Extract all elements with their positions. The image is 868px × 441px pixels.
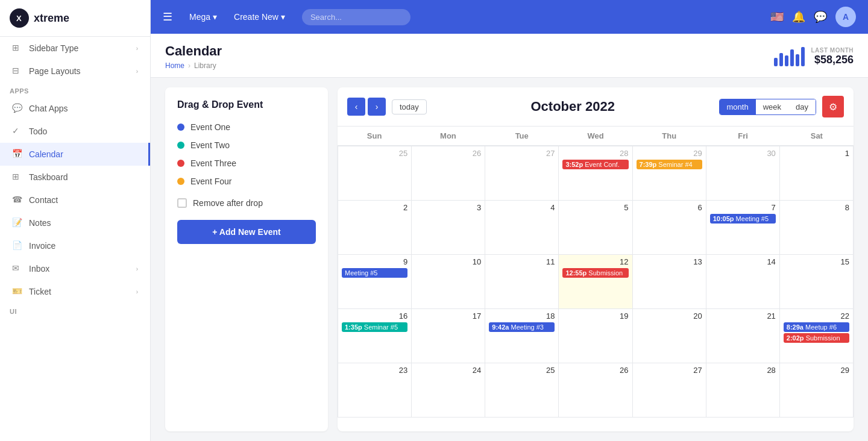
cal-cell-w1-d2[interactable]: 4: [485, 201, 559, 255]
cal-cell-w0-d6[interactable]: 1: [780, 146, 854, 201]
cal-date: 25: [342, 149, 407, 158]
cal-cell-w4-d2[interactable]: 25: [485, 363, 559, 418]
event-item-event-one[interactable]: Event One: [177, 122, 316, 132]
prev-month-button[interactable]: ‹: [347, 98, 365, 116]
cal-event[interactable]: 7:39p Seminar #4: [637, 160, 702, 169]
sidebar-item-inbox[interactable]: ✉ Inbox ›: [0, 257, 150, 280]
cal-event[interactable]: 10:05p Meeting #5: [710, 214, 776, 224]
sidebar-item-calendar[interactable]: 📅 Calendar: [0, 143, 150, 166]
sidebar-item-sidebar-type[interactable]: ⊞ Sidebar Type ›: [0, 37, 150, 60]
event-list: Event OneEvent TwoEvent ThreeEvent Four: [177, 122, 316, 186]
cal-event[interactable]: 9:42a Meeting #3: [489, 322, 555, 332]
cal-cell-w1-d1[interactable]: 3: [412, 201, 485, 255]
cal-cell-w3-d5[interactable]: 21: [706, 309, 780, 363]
cal-cell-w4-d6[interactable]: 29: [780, 363, 854, 418]
cal-cell-w4-d3[interactable]: 26: [559, 363, 632, 418]
last-month-value: $58,256: [811, 54, 854, 66]
cal-event[interactable]: 2:02p Submission: [784, 333, 849, 343]
event-label: Event Three: [190, 158, 236, 168]
cal-cell-w2-d3[interactable]: 1212:55p Submission: [559, 255, 632, 309]
cal-event[interactable]: 8:29a Meetup #6: [784, 322, 849, 332]
sidebar-item-invoice[interactable]: 📄 Invoice: [0, 234, 150, 257]
sidebar-item-contact[interactable]: ☎ Contact: [0, 189, 150, 211]
bar-segment: [774, 58, 778, 66]
cal-date: 26: [562, 366, 628, 375]
sidebar-item-page-layouts[interactable]: ⊟ Page Layouts ›: [0, 60, 150, 83]
cal-cell-w3-d3[interactable]: 19: [559, 309, 632, 363]
sidebar-item-taskboard[interactable]: ⊞ Taskboard: [0, 166, 150, 189]
week-view-button[interactable]: week: [756, 99, 788, 114]
sidebar-item-notes[interactable]: 📝 Notes: [0, 211, 150, 234]
day-header-mon: Mon: [411, 127, 485, 145]
add-new-event-button[interactable]: + Add New Event: [177, 220, 316, 244]
chat-bubble-icon[interactable]: 💬: [814, 10, 827, 23]
cal-date: 5: [562, 203, 628, 212]
cal-cell-w0-d3[interactable]: 283:52p Event Conf.: [559, 146, 632, 201]
day-header-fri: Fri: [706, 127, 779, 145]
cal-cell-w1-d4[interactable]: 6: [633, 201, 706, 255]
drag-drop-panel: Drag & Drop Event Event OneEvent TwoEven…: [165, 87, 328, 431]
cal-cell-w2-d2[interactable]: 11: [485, 255, 559, 309]
cal-cell-w3-d0[interactable]: 161:35p Seminar #5: [338, 309, 412, 363]
cal-cell-w0-d0[interactable]: 25: [338, 146, 412, 201]
calendar-grid-panel: ‹ › today October 2022 month week day ⚙ …: [338, 87, 854, 431]
sidebar-item-todo[interactable]: ✓ Todo: [0, 120, 150, 143]
mega-menu-button[interactable]: Mega ▾: [182, 8, 224, 25]
create-new-button[interactable]: Create New ▾: [227, 8, 292, 25]
cal-cell-w3-d4[interactable]: 20: [633, 309, 706, 363]
event-item-event-two[interactable]: Event Two: [177, 140, 316, 150]
cal-cell-w3-d2[interactable]: 189:42a Meeting #3: [485, 309, 559, 363]
bar-segment: [785, 55, 788, 66]
cal-event[interactable]: 12:55p Submission: [562, 268, 628, 278]
cal-cell-w1-d6[interactable]: 8: [780, 201, 854, 255]
cal-date: 8: [784, 203, 849, 212]
cal-cell-w2-d4[interactable]: 13: [633, 255, 706, 309]
cal-cell-w2-d1[interactable]: 10: [412, 255, 485, 309]
remove-after-checkbox[interactable]: [177, 198, 187, 208]
cal-cell-w2-d6[interactable]: 15: [780, 255, 854, 309]
cal-date: 2: [342, 203, 407, 212]
bar-segment: [796, 54, 799, 66]
flag-icon[interactable]: 🇺🇸: [770, 10, 784, 23]
cal-event[interactable]: Meeting #5: [342, 268, 407, 278]
cal-event[interactable]: 3:52p Event Conf.: [562, 160, 628, 169]
day-view-button[interactable]: day: [788, 99, 816, 114]
cal-cell-w0-d5[interactable]: 30: [706, 146, 780, 201]
today-button[interactable]: today: [392, 99, 427, 114]
cal-cell-w1-d3[interactable]: 5: [559, 201, 632, 255]
cal-cell-w2-d0[interactable]: 9Meeting #5: [338, 255, 412, 309]
bell-icon[interactable]: 🔔: [792, 10, 805, 23]
cal-cell-w4-d0[interactable]: 23: [338, 363, 412, 418]
next-month-button[interactable]: ›: [368, 98, 386, 116]
event-item-event-three[interactable]: Event Three: [177, 158, 316, 168]
cal-date: 28: [710, 366, 776, 375]
cal-cell-w4-d5[interactable]: 28: [706, 363, 780, 418]
cal-cell-w0-d2[interactable]: 27: [485, 146, 559, 201]
cal-cell-w3-d6[interactable]: 228:29a Meetup #62:02p Submission: [780, 309, 854, 363]
month-view-button[interactable]: month: [720, 99, 756, 114]
logo-icon: X: [10, 8, 29, 28]
sidebar-item-ticket[interactable]: 🎫 Ticket ›: [0, 280, 150, 303]
topbar: ☰ Mega ▾ Create New ▾ 🇺🇸 🔔 💬 A: [151, 0, 868, 34]
last-month-widget: LAST MONTH $58,256: [774, 47, 854, 66]
cal-cell-w1-d5[interactable]: 710:05p Meeting #5: [706, 201, 780, 255]
event-item-event-four[interactable]: Event Four: [177, 177, 316, 186]
menu-icon[interactable]: ☰: [163, 10, 172, 23]
search-input[interactable]: [302, 9, 410, 25]
cal-cell-w3-d1[interactable]: 17: [412, 309, 485, 363]
cal-date: 24: [415, 366, 481, 375]
avatar[interactable]: A: [835, 7, 856, 27]
cal-event[interactable]: 1:35p Seminar #5: [342, 322, 407, 332]
chevron-right-icon-2: ›: [136, 68, 138, 75]
cal-cell-w0-d1[interactable]: 26: [412, 146, 485, 201]
cal-cell-w4-d4[interactable]: 27: [633, 363, 706, 418]
svg-text:X: X: [16, 14, 22, 23]
cal-cell-w4-d1[interactable]: 24: [412, 363, 485, 418]
sidebar-item-chat-apps[interactable]: 💬 Chat Apps: [0, 97, 150, 120]
cal-cell-w0-d4[interactable]: 297:39p Seminar #4: [633, 146, 706, 201]
settings-button[interactable]: ⚙: [822, 96, 844, 117]
breadcrumb-home[interactable]: Home: [165, 61, 184, 70]
cal-cell-w2-d5[interactable]: 14: [706, 255, 780, 309]
cal-cell-w1-d0[interactable]: 2: [338, 201, 412, 255]
day-header-sat: Sat: [780, 127, 854, 145]
